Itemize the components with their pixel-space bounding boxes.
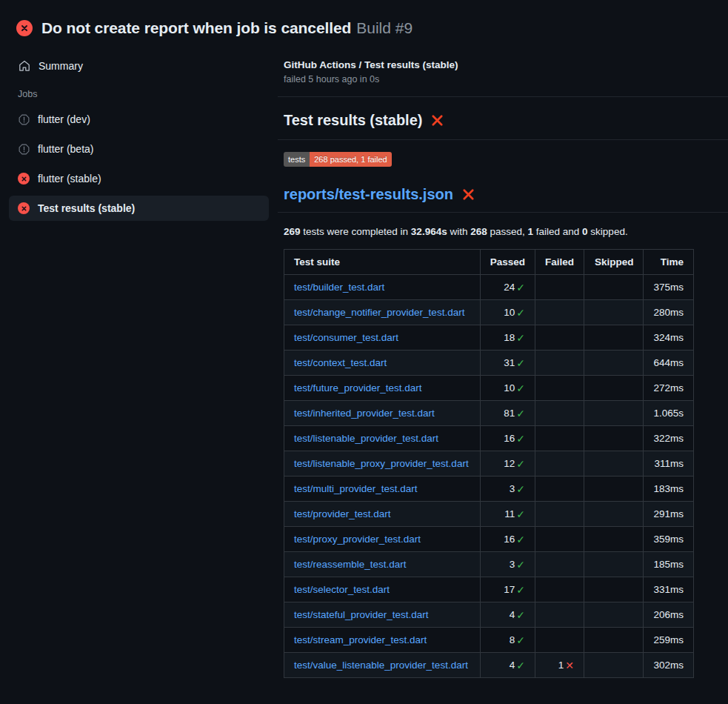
test-suite-link[interactable]: test/consumer_test.dart bbox=[294, 332, 398, 343]
cell-test-suite: test/context_test.dart bbox=[284, 351, 481, 376]
cell-passed-value: 4 bbox=[510, 609, 515, 620]
check-icon: ✓ bbox=[516, 434, 525, 444]
cell-skipped bbox=[584, 300, 644, 325]
cell-passed-value: 11 bbox=[504, 508, 515, 519]
check-icon: ✓ bbox=[516, 660, 525, 671]
summary-text-5: skipped. bbox=[588, 226, 628, 237]
table-row: test/change_notifier_provider_test.dart1… bbox=[284, 300, 694, 325]
x-mark-icon bbox=[461, 187, 475, 202]
cell-time: 311ms bbox=[644, 451, 694, 476]
cell-passed: 10✓ bbox=[480, 376, 535, 401]
x-circle-icon bbox=[18, 202, 30, 214]
x-mark-icon bbox=[430, 113, 444, 127]
cell-skipped bbox=[584, 275, 644, 300]
cell-failed bbox=[535, 552, 584, 577]
test-suite-link[interactable]: test/stateful_provider_test.dart bbox=[294, 609, 429, 620]
column-header-skipped: Skipped bbox=[584, 250, 644, 275]
cell-passed-value: 18 bbox=[504, 332, 515, 343]
check-icon: ✓ bbox=[516, 534, 525, 545]
cell-passed: 81✓ bbox=[480, 401, 535, 426]
file-title[interactable]: reports/test-results.json bbox=[278, 167, 728, 212]
test-suite-link[interactable]: test/stream_provider_test.dart bbox=[294, 634, 427, 645]
cell-skipped bbox=[584, 602, 644, 628]
sidebar-item-flutter-stable[interactable]: flutter (stable) bbox=[9, 166, 269, 191]
cell-failed: 1✕ bbox=[535, 653, 584, 678]
test-suite-link[interactable]: test/change_notifier_provider_test.dart bbox=[294, 307, 464, 318]
cell-skipped bbox=[584, 351, 644, 376]
cell-passed: 11✓ bbox=[480, 502, 535, 527]
cell-test-suite: test/consumer_test.dart bbox=[284, 325, 481, 351]
sidebar-item-test-results-stable[interactable]: Test results (stable) bbox=[9, 196, 269, 221]
table-header-row: Test suite Passed Failed Skipped Time bbox=[284, 250, 694, 275]
cell-passed: 18✓ bbox=[480, 325, 535, 351]
check-icon: ✓ bbox=[516, 383, 525, 393]
cell-failed bbox=[535, 275, 584, 300]
cell-time: 644ms bbox=[644, 351, 694, 376]
test-suite-link[interactable]: test/context_test.dart bbox=[294, 357, 387, 368]
cell-passed-value: 16 bbox=[504, 433, 515, 444]
cell-failed bbox=[535, 527, 584, 552]
sidebar-item-flutter-beta[interactable]: flutter (beta) bbox=[9, 136, 269, 162]
sidebar-item-summary[interactable]: Summary bbox=[9, 53, 269, 79]
test-suite-link[interactable]: test/provider_test.dart bbox=[294, 508, 391, 519]
check-icon: ✓ bbox=[516, 282, 525, 293]
test-suite-link[interactable]: test/inherited_provider_test.dart bbox=[294, 408, 435, 419]
sidebar-item-flutter-dev[interactable]: flutter (dev) bbox=[9, 107, 269, 132]
x-circle-icon bbox=[16, 20, 33, 36]
badge-container: tests 268 passed, 1 failed bbox=[278, 140, 728, 167]
table-row: test/value_listenable_provider_test.dart… bbox=[284, 653, 694, 678]
table-row: test/builder_test.dart24✓375ms bbox=[284, 275, 694, 300]
test-suite-link[interactable]: test/listenable_proxy_provider_test.dart bbox=[294, 458, 469, 469]
run-status: failed 5 hours ago in 0s bbox=[278, 70, 728, 84]
table-row: test/multi_provider_test.dart3✓183ms bbox=[284, 476, 694, 502]
test-suite-link[interactable]: test/selector_test.dart bbox=[294, 584, 390, 595]
cell-skipped bbox=[584, 577, 644, 602]
summary-passed: 268 bbox=[470, 226, 487, 237]
test-suite-link[interactable]: test/reassemble_test.dart bbox=[294, 559, 407, 570]
cell-failed bbox=[535, 577, 584, 602]
cell-passed: 4✓ bbox=[480, 602, 535, 628]
sidebar-item-label: Summary bbox=[39, 60, 83, 72]
summary-duration: 32.964s bbox=[411, 226, 447, 237]
cell-time: 359ms bbox=[644, 527, 694, 552]
cell-failed bbox=[535, 351, 584, 376]
file-title-link[interactable]: reports/test-results.json bbox=[284, 186, 453, 203]
cell-test-suite: test/provider_test.dart bbox=[284, 502, 481, 527]
check-icon: ✓ bbox=[516, 308, 525, 318]
table-row: test/future_provider_test.dart10✓272ms bbox=[284, 376, 694, 401]
table-row: test/reassemble_test.dart3✓185ms bbox=[284, 552, 694, 577]
cell-test-suite: test/change_notifier_provider_test.dart bbox=[284, 300, 481, 325]
cell-test-suite: test/reassemble_test.dart bbox=[284, 552, 481, 577]
cell-test-suite: test/builder_test.dart bbox=[284, 275, 481, 300]
test-suite-link[interactable]: test/builder_test.dart bbox=[294, 282, 384, 293]
test-suite-link[interactable]: test/value_listenable_provider_test.dart bbox=[294, 660, 468, 671]
cell-failed bbox=[535, 426, 584, 451]
cell-passed-value: 3 bbox=[510, 483, 515, 494]
sidebar-section-jobs-label: Jobs bbox=[9, 89, 269, 99]
results-table-container: Test suite Passed Failed Skipped Time te… bbox=[278, 249, 728, 678]
build-title: Do not create report when job is cancell… bbox=[41, 19, 351, 36]
cell-passed: 10✓ bbox=[480, 300, 535, 325]
page-layout: Summary Jobs flutter (dev) flut bbox=[0, 43, 728, 678]
cell-test-suite: test/selector_test.dart bbox=[284, 577, 481, 602]
table-row: test/context_test.dart31✓644ms bbox=[284, 351, 694, 376]
test-suite-link[interactable]: test/proxy_provider_test.dart bbox=[294, 534, 421, 545]
cell-time: 324ms bbox=[644, 325, 694, 351]
table-body: test/builder_test.dart24✓375mstest/chang… bbox=[284, 275, 694, 678]
cell-skipped bbox=[584, 325, 644, 351]
table-row: test/listenable_proxy_provider_test.dart… bbox=[284, 451, 694, 476]
cell-time: 291ms bbox=[644, 502, 694, 527]
test-suite-link[interactable]: test/multi_provider_test.dart bbox=[294, 483, 418, 494]
sidebar-item-label: flutter (dev) bbox=[38, 113, 90, 125]
column-header-failed: Failed bbox=[535, 250, 584, 275]
cell-test-suite: test/proxy_provider_test.dart bbox=[284, 527, 481, 552]
test-suite-link[interactable]: test/listenable_provider_test.dart bbox=[294, 433, 438, 444]
check-icon: ✓ bbox=[516, 585, 525, 595]
cell-test-suite: test/inherited_provider_test.dart bbox=[284, 401, 481, 426]
cell-time: 375ms bbox=[644, 275, 694, 300]
cell-failed bbox=[535, 602, 584, 628]
check-icon: ✓ bbox=[516, 408, 525, 419]
cell-time: 331ms bbox=[644, 577, 694, 602]
test-suite-link[interactable]: test/future_provider_test.dart bbox=[294, 382, 422, 393]
table-row: test/provider_test.dart11✓291ms bbox=[284, 502, 694, 527]
